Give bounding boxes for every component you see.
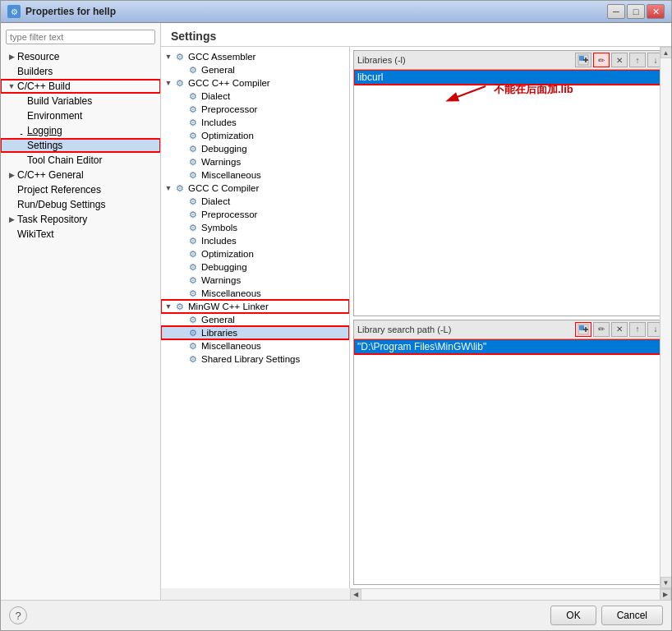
right-scrollbar[interactable]: ▲ ▼ (660, 47, 671, 588)
pt-c-dialect[interactable]: ⚙ Dialect (161, 195, 349, 208)
tree-item-tool-chain-editor[interactable]: Tool Chain Editor (1, 153, 160, 168)
tree-item-resource[interactable]: ▶ Resource (1, 49, 160, 64)
window-icon: ⚙ (7, 5, 21, 18)
gear-icon: ⚙ (187, 235, 199, 246)
arrow-icon (17, 127, 25, 135)
pt-asm-general[interactable]: ⚙ General (161, 63, 349, 76)
tree-item-logging[interactable]: Logging (1, 123, 160, 138)
tree-item-cpp-build[interactable]: ▼ C/C++ Build (1, 79, 160, 94)
maximize-button[interactable]: □ (627, 4, 645, 19)
arrow-icon (177, 131, 186, 140)
arrow-icon (177, 289, 186, 297)
scroll-up-button[interactable]: ▲ (660, 47, 672, 58)
pt-label: Includes (201, 117, 237, 127)
pt-gcc-c-compiler[interactable]: ▼ ⚙ GCC C Compiler (161, 182, 349, 195)
tree-label: Resource (17, 51, 59, 62)
tree-label: C/C++ Build (17, 81, 71, 92)
minimize-button[interactable]: ─ (607, 4, 625, 19)
pt-cpp-optimization[interactable]: ⚙ Optimization (161, 129, 349, 142)
pt-label: Optimization (201, 249, 254, 259)
tree-item-environment[interactable]: Environment (1, 108, 160, 123)
scroll-track[interactable] (660, 58, 671, 577)
pt-mingw-linker[interactable]: ▼ ⚙ MinGW C++ Linker (161, 300, 349, 313)
arrow-icon (177, 263, 186, 271)
pt-label: Debugging (201, 144, 247, 154)
pt-c-warnings[interactable]: ⚙ Warnings (161, 274, 349, 287)
pt-c-includes[interactable]: ⚙ Includes (161, 234, 349, 247)
pt-c-miscellaneous[interactable]: ⚙ Miscellaneous (161, 287, 349, 300)
pt-label: Symbols (201, 223, 237, 233)
pt-label: GCC C Compiler (188, 183, 259, 193)
lib-search-panel-header: Library search path (-L) ✏ ✕ ↑ ↓ (354, 320, 667, 339)
pt-c-debugging[interactable]: ⚙ Debugging (161, 260, 349, 274)
lib-search-item-mingw[interactable]: "D:\Program Files\MinGW\lib" (354, 339, 667, 354)
h-scroll-left-button[interactable]: ◀ (350, 589, 361, 601)
pt-label: Miscellaneous (201, 288, 261, 298)
pt-gcc-cpp-compiler[interactable]: ▼ ⚙ GCC C++ Compiler (161, 76, 349, 90)
pt-label: Miscellaneous (201, 341, 261, 351)
tree-label: Environment (27, 110, 82, 122)
ok-button[interactable]: OK (550, 606, 596, 625)
arrow-icon (177, 145, 186, 153)
arrow-icon (7, 186, 16, 194)
pt-linker-libraries[interactable]: ⚙ Libraries (161, 326, 349, 339)
tree-item-build-variables[interactable]: Build Variables (1, 94, 160, 108)
filter-input[interactable] (6, 30, 155, 44)
lib-search-delete-button[interactable]: ✕ (611, 322, 628, 337)
gear-icon: ⚙ (187, 143, 199, 154)
lib-item-libcurl[interactable]: libcurl (354, 70, 667, 85)
pt-label: Warnings (201, 275, 241, 285)
help-button[interactable]: ? (9, 606, 27, 624)
pt-gcc-assembler[interactable]: ▼ ⚙ GCC Assembler (161, 50, 349, 63)
pt-cpp-miscellaneous[interactable]: ⚙ Miscellaneous (161, 168, 349, 182)
lib-search-up-button[interactable]: ↑ (629, 322, 646, 337)
pt-label: Optimization (201, 131, 254, 140)
h-scroll-right-button[interactable]: ▶ (660, 589, 671, 601)
gear-icon: ⚙ (187, 222, 199, 233)
pt-cpp-includes[interactable]: ⚙ Includes (161, 116, 349, 129)
lib-search-edit-button[interactable]: ✏ (593, 322, 610, 337)
pt-c-preprocessor[interactable]: ⚙ Preprocessor (161, 208, 349, 221)
gear-icon: ⚙ (187, 104, 199, 115)
tree-label: C/C++ General (17, 169, 84, 181)
close-button[interactable]: ✕ (647, 4, 665, 19)
pt-cpp-warnings[interactable]: ⚙ Warnings (161, 155, 349, 168)
tree-item-builders[interactable]: Builders (1, 64, 160, 79)
arrow-icon: ▼ (164, 302, 173, 311)
gear-icon: ⚙ (187, 90, 199, 102)
pt-linker-general[interactable]: ⚙ General (161, 313, 349, 326)
tree-item-task-repository[interactable]: ▶ Task Repository (1, 212, 160, 227)
pt-c-optimization[interactable]: ⚙ Optimization (161, 247, 349, 260)
lib-up-button[interactable]: ↑ (629, 53, 646, 67)
pt-cpp-preprocessor[interactable]: ⚙ Preprocessor (161, 103, 349, 116)
tree-item-run-debug[interactable]: Run/Debug Settings (1, 197, 160, 212)
cancel-button[interactable]: Cancel (601, 606, 663, 625)
tree-item-settings[interactable]: Settings (1, 138, 160, 153)
arrow-icon (177, 223, 186, 232)
lib-delete-button[interactable]: ✕ (611, 53, 628, 67)
tree-item-project-references[interactable]: Project References (1, 182, 160, 197)
lib-add-button[interactable] (575, 53, 591, 67)
settings-tree: ▼ ⚙ GCC Assembler ⚙ General ▼ ⚙ GCC C++ … (161, 47, 350, 588)
arrow-icon (177, 197, 186, 205)
bottom-bar: ? OK Cancel (1, 600, 671, 630)
arrow-icon (17, 112, 25, 120)
gear-icon: ⚙ (187, 288, 199, 299)
gear-icon: ⚙ (187, 353, 199, 365)
arrow-icon (177, 210, 186, 219)
pt-shared-library[interactable]: ⚙ Shared Library Settings (161, 352, 349, 366)
tree-item-cpp-general[interactable]: ▶ C/C++ General (1, 168, 160, 182)
pt-cpp-debugging[interactable]: ⚙ Debugging (161, 142, 349, 155)
pt-linker-miscellaneous[interactable]: ⚙ Miscellaneous (161, 339, 349, 352)
lib-search-add-button[interactable] (575, 322, 591, 337)
arrow-icon (17, 97, 25, 105)
lib-edit-button[interactable]: ✏ (593, 53, 610, 67)
pt-cpp-dialect[interactable]: ⚙ Dialect (161, 90, 349, 103)
gear-icon: ⚙ (187, 261, 199, 273)
scroll-down-button[interactable]: ▼ (660, 577, 672, 588)
tree-item-wikitext[interactable]: WikiText (1, 227, 160, 242)
h-scroll-track[interactable] (361, 589, 660, 600)
pt-c-symbols[interactable]: ⚙ Symbols (161, 221, 349, 234)
tree-label: Project References (17, 184, 101, 196)
gear-icon: ⚙ (187, 248, 199, 260)
